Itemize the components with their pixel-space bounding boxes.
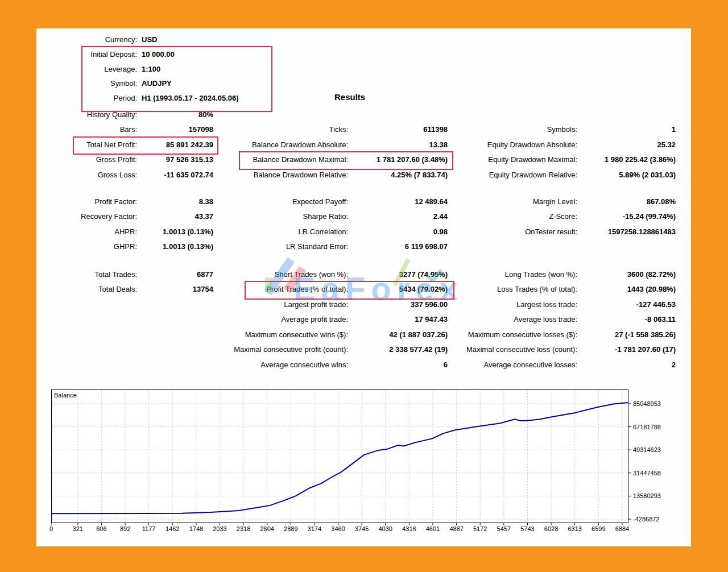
stat-value: 1 980 225.42 (3.86%): [577, 155, 676, 164]
stat-label: Equity Drawdown Absolute:: [448, 140, 577, 149]
stat-value: 27 (-1 558 385.26): [577, 330, 676, 339]
header-label: Leverage:: [36, 65, 142, 73]
x-tick-label: 5743: [515, 525, 540, 532]
stat-row: Largest profit trade:337 596.00Largest l…: [36, 297, 676, 312]
stat-row: Bars:157098Ticks:611398Symbols:1: [36, 122, 676, 138]
stat-label: Gross Profit:: [36, 155, 137, 164]
stat-label: Total Trades:: [36, 270, 137, 279]
stat-label: LR Correlation:: [213, 227, 348, 236]
stat-label: Balance Drawdown Maximal:: [213, 155, 348, 164]
stat-value: 4.25% (7 833.74): [348, 171, 448, 179]
stat-value: 43.37: [137, 212, 213, 221]
report-card: Currency:USDInitial Deposit:10 000.00Lev…: [36, 28, 691, 546]
stat-row: Average profit trade:17 947.43Average lo…: [36, 312, 676, 328]
stat-value: 1443 (20.98%): [577, 285, 676, 293]
x-tick-label: 6599: [586, 525, 611, 532]
balance-chart-svg: [51, 389, 633, 527]
header-value: H1 (1993.05.17 - 2024.05.06): [142, 94, 239, 102]
stat-value: 13.38: [348, 140, 448, 149]
stats-group-trades: Total Trades:6877Short Trades (won %):32…: [36, 267, 676, 372]
stat-value: 2.44: [348, 212, 448, 221]
stat-row: Total Net Profit:85 891 242.39Balance Dr…: [36, 137, 676, 152]
stat-value: 1: [577, 125, 676, 134]
stat-value: -15.24 (99.74%): [577, 212, 676, 221]
y-tick-label: 85048953: [633, 400, 661, 407]
x-tick-label: 4030: [373, 525, 398, 532]
stat-label: Average loss trade:: [448, 315, 577, 324]
x-tick-label: 321: [65, 525, 90, 532]
y-tick-label: 67181788: [633, 424, 661, 430]
page-frame: { "colors": { "frame_orange": "#f7941e",…: [0, 0, 728, 572]
stat-label: Loss Trades (% of total):: [448, 285, 577, 293]
stat-label: Recovery Factor:: [36, 212, 137, 221]
stat-label: Balance Drawdown Absolute:: [213, 140, 348, 149]
stat-label: Margin Level:: [448, 197, 577, 206]
stat-label: Maximum consecutive wins ($):: [213, 330, 348, 339]
stat-value: 6877: [137, 270, 213, 279]
stats-group-ratios: Profit Factor:8.38Expected Payoff:12 489…: [36, 194, 676, 254]
stat-label: Long Trades (won %):: [448, 270, 577, 279]
header-label: Symbol:: [36, 79, 142, 88]
stat-label: Equity Drawdown Maximal:: [448, 155, 577, 164]
x-tick-label: 5172: [468, 525, 493, 532]
stat-label: Average profit trade:: [213, 315, 348, 324]
stat-row: Gross Loss:-11 635 072.74Balance Drawdow…: [36, 167, 676, 183]
stat-label: Gross Loss:: [36, 171, 137, 179]
x-tick-label: 6028: [539, 525, 564, 532]
stat-value: 0.98: [348, 227, 448, 236]
x-tick-label: 892: [113, 525, 138, 532]
stat-value: 2: [577, 360, 676, 369]
stat-label: Maximal consecutive profit (count):: [213, 345, 348, 354]
stat-value: 12 489.64: [348, 197, 448, 206]
stat-value: 867.08%: [577, 197, 676, 206]
stat-value: 6 119 698.07: [348, 242, 448, 251]
chart-x-axis-labels: 0321606892117714621748203323182604288931…: [51, 525, 654, 533]
stat-row: Recovery Factor:43.37Sharpe Ratio:2.44Z-…: [36, 209, 676, 225]
stat-label: Profit Trades (% of total):: [213, 285, 348, 293]
stat-value: 97 526 315.13: [137, 155, 213, 164]
stat-label: GHPR:: [36, 242, 137, 251]
header-value: USD: [142, 35, 157, 44]
x-tick-label: 3460: [326, 525, 351, 532]
stat-label: OnTester result:: [448, 227, 577, 236]
x-tick-label: 4887: [444, 525, 469, 532]
header-label: Initial Deposit:: [36, 50, 142, 59]
header-value: 1:100: [142, 65, 160, 73]
header-label: Period:: [36, 94, 142, 102]
stat-row: Maximum consecutive wins ($):42 (1 887 0…: [36, 327, 676, 342]
header-row: Currency:USD: [36, 32, 400, 47]
stat-value: 8.38: [137, 197, 213, 206]
stat-value: 337 596.00: [348, 300, 448, 309]
stat-value: 1597258.128861483: [577, 227, 676, 236]
stat-value: 1.0013 (0.13%): [137, 242, 213, 251]
y-tick-label: 31447458: [633, 470, 661, 476]
x-tick-label: 3745: [349, 525, 374, 532]
stat-value: 80%: [137, 110, 213, 119]
stat-value: 25.32: [577, 140, 676, 149]
stat-label: Short Trades (won %):: [213, 270, 348, 279]
stat-label: LR Standard Error:: [213, 242, 348, 251]
balance-series-label: Balance: [54, 392, 77, 399]
stat-row: History Quality:80%: [36, 107, 676, 122]
stat-label: Expected Payoff:: [213, 197, 348, 206]
x-tick-label: 4316: [396, 525, 421, 532]
stat-label: Balance Drawdown Relative:: [213, 171, 348, 179]
stat-value: 1.0013 (0.13%): [137, 227, 213, 236]
stat-value: 2 338 577.42 (19): [348, 345, 448, 354]
stat-value: 611398: [348, 125, 448, 134]
stat-value: 5434 (79.02%): [348, 285, 448, 293]
stat-row: AHPR:1.0013 (0.13%)LR Correlation:0.98On…: [36, 224, 676, 239]
stat-value: 5.89% (2 031.03): [577, 171, 676, 179]
stat-value: 17 947.43: [348, 315, 448, 324]
x-tick-label: 4601: [420, 525, 445, 532]
x-tick-label: 3174: [302, 525, 327, 532]
stat-label: Average consecutive wins:: [213, 360, 348, 369]
balance-chart: [51, 389, 633, 527]
stat-row: Average consecutive wins:6Average consec…: [36, 357, 676, 372]
stat-label: Total Net Profit:: [36, 140, 137, 149]
y-tick-label: 13580293: [633, 492, 661, 499]
stat-row: Total Trades:6877Short Trades (won %):32…: [36, 267, 676, 282]
stat-label: Profit Factor:: [36, 197, 137, 206]
stat-value: 1 781 207.60 (3.48%): [348, 155, 448, 164]
x-tick-label: 6884: [610, 525, 635, 532]
